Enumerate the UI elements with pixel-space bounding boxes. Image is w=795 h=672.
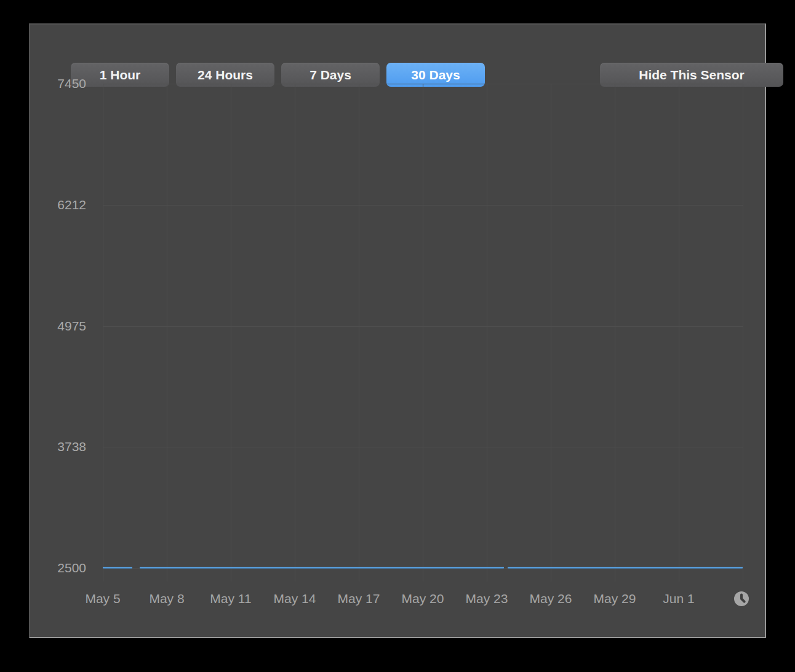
y-axis-tick-label: 2500 xyxy=(0,561,86,575)
x-axis-tick-label: May 5 xyxy=(85,591,120,606)
y-axis-tick-label: 4975 xyxy=(0,319,86,334)
y-axis-tick-label: 7450 xyxy=(0,76,86,91)
x-axis-tick-label: May 17 xyxy=(338,591,380,606)
horizontal-gridline xyxy=(103,326,743,327)
x-axis-tick-label: May 29 xyxy=(594,591,636,606)
x-axis-tick-label: May 8 xyxy=(149,591,184,606)
horizontal-gridline xyxy=(103,205,743,206)
vertical-gridline xyxy=(743,84,743,582)
sensor-line-segment xyxy=(508,567,743,569)
sensor-history-chart: 74506212497537382500May 5May 8May 11May … xyxy=(0,0,795,672)
x-axis-tick-label: May 14 xyxy=(274,591,316,606)
sensor-line-segment xyxy=(103,567,132,569)
clock-icon[interactable] xyxy=(734,591,749,606)
y-axis-tick-label: 6212 xyxy=(0,198,86,212)
vertical-gridline xyxy=(231,84,231,582)
vertical-gridline xyxy=(551,84,551,582)
x-axis-tick-label: May 11 xyxy=(210,591,251,606)
sensor-line-segment xyxy=(140,567,504,569)
x-axis-tick-label: May 23 xyxy=(466,591,508,606)
clock-icon-glyph xyxy=(734,591,749,606)
vertical-gridline xyxy=(359,84,359,582)
x-axis-tick-label: May 20 xyxy=(402,591,444,606)
vertical-gridline xyxy=(167,84,167,582)
vertical-gridline xyxy=(679,84,679,582)
horizontal-gridline xyxy=(103,84,743,84)
screen: 1 Hour24 Hours7 Days30 Days Hide This Se… xyxy=(0,0,795,672)
vertical-gridline xyxy=(487,84,487,582)
x-axis-tick-label: Jun 1 xyxy=(663,591,694,606)
vertical-gridline xyxy=(615,84,615,582)
x-axis-tick-label: May 26 xyxy=(530,591,572,606)
horizontal-gridline xyxy=(103,447,743,447)
vertical-gridline xyxy=(295,84,295,582)
vertical-gridline xyxy=(103,84,103,582)
vertical-gridline xyxy=(423,84,423,582)
y-axis-tick-label: 3738 xyxy=(0,439,86,454)
